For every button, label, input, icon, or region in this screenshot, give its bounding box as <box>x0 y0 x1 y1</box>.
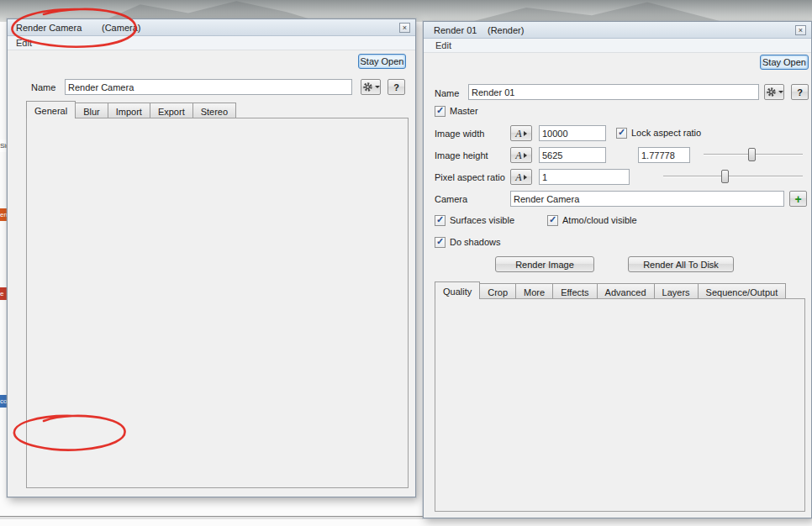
do-shadows-checkbox[interactable]: ✓ Do shadows <box>435 236 501 248</box>
menu-edit[interactable]: Edit <box>16 38 32 48</box>
help-icon: ? <box>797 87 803 97</box>
plus-icon: + <box>794 193 801 205</box>
surfaces-visible-checkbox[interactable]: ✓ Surfaces visible <box>435 214 514 226</box>
checkbox-box: ✓ <box>435 106 446 117</box>
tab-more[interactable]: More <box>515 283 553 298</box>
render-name-input[interactable] <box>468 84 759 100</box>
name-label: Name <box>435 88 459 98</box>
aspect-ratio-slider[interactable] <box>704 148 803 161</box>
animate-icon: A <box>515 172 521 182</box>
checkmark-icon: ✓ <box>436 215 444 224</box>
stay-open-button[interactable]: Stay Open <box>760 55 809 70</box>
render-gear-menu-button[interactable] <box>764 84 784 100</box>
checkmark-icon: ✓ <box>436 237 444 246</box>
camera-label: Camera <box>435 194 467 204</box>
image-width-input[interactable] <box>539 125 606 141</box>
animate-arrow-icon <box>524 175 527 180</box>
animate-icon: A <box>515 150 521 160</box>
render-window-menubar: Edit <box>424 39 811 53</box>
camera-window-menubar: Edit <box>8 36 415 50</box>
camera-help-button[interactable]: ? <box>388 79 405 95</box>
close-icon[interactable]: × <box>795 25 806 35</box>
checkbox-box: ✓ <box>435 215 446 226</box>
gear-icon <box>362 82 373 92</box>
render-image-button[interactable]: Render Image <box>495 256 594 272</box>
close-glyph: × <box>403 24 407 32</box>
slider-track <box>663 176 803 177</box>
camera-tabs: General Blur Import Export Stereo <box>26 101 235 118</box>
render-tabs: Quality Crop More Effects Advanced Layer… <box>435 281 785 298</box>
pixel-aspect-slider[interactable] <box>663 170 803 183</box>
checkmark-icon: ✓ <box>436 106 444 115</box>
checkbox-box: ✓ <box>616 128 627 139</box>
surfaces-visible-label: Surfaces visible <box>450 215 514 225</box>
tab-sequence-output[interactable]: Sequence/Output <box>698 283 787 298</box>
camera-window-titlebar[interactable]: Render Camera (Camera) × <box>8 19 415 36</box>
menu-edit[interactable]: Edit <box>435 40 451 50</box>
tab-quality[interactable]: Quality <box>435 281 480 299</box>
add-camera-button[interactable]: + <box>789 191 807 207</box>
chevron-down-icon <box>375 86 380 88</box>
stay-open-button[interactable]: Stay Open <box>358 54 406 69</box>
checkmark-icon: ✓ <box>549 215 556 224</box>
camera-gear-menu-button[interactable] <box>361 79 381 95</box>
name-label: Name <box>31 82 55 92</box>
render-help-button[interactable]: ? <box>791 84 809 100</box>
checkbox-box: ✓ <box>435 237 446 248</box>
tab-advanced[interactable]: Advanced <box>597 283 655 298</box>
camera-name-input[interactable] <box>65 79 352 95</box>
camera-window-title-type: (Camera) <box>102 23 140 33</box>
render-quality-panel <box>435 298 805 512</box>
tab-layers[interactable]: Layers <box>654 283 699 298</box>
atmo-visible-label: Atmo/cloud visible <box>562 215 637 225</box>
background-window-edge <box>0 516 423 519</box>
image-height-label: Image height <box>435 150 488 160</box>
close-icon[interactable]: × <box>399 23 410 33</box>
image-height-animate-button[interactable]: A <box>510 147 532 163</box>
camera-settings-window: Render Camera (Camera) × Edit Stay Open … <box>7 18 416 497</box>
pixel-aspect-animate-button[interactable]: A <box>510 169 532 185</box>
checkmark-icon: ✓ <box>618 128 625 137</box>
render-window-title-type: (Render) <box>488 25 524 35</box>
image-height-input[interactable] <box>539 147 606 163</box>
gear-icon <box>766 87 777 97</box>
aspect-ratio-input[interactable] <box>638 147 690 163</box>
tab-crop[interactable]: Crop <box>479 283 516 298</box>
animate-arrow-icon <box>524 153 527 158</box>
image-width-label: Image width <box>435 129 484 139</box>
tab-blur[interactable]: Blur <box>75 103 108 118</box>
chevron-down-icon <box>778 91 783 93</box>
lock-aspect-ratio-label: Lock aspect ratio <box>631 128 701 138</box>
lock-aspect-ratio-checkbox[interactable]: ✓ Lock aspect ratio <box>616 127 701 139</box>
animate-arrow-icon <box>524 131 527 136</box>
image-width-animate-button[interactable]: A <box>510 125 532 141</box>
master-checkbox[interactable]: ✓ Master <box>435 105 478 117</box>
slider-handle[interactable] <box>721 170 729 183</box>
pixel-aspect-label: Pixel aspect ratio <box>435 172 505 182</box>
checkbox-box: ✓ <box>547 215 558 226</box>
tab-stereo[interactable]: Stereo <box>192 103 236 118</box>
camera-assignment-input[interactable] <box>510 191 784 207</box>
tab-export[interactable]: Export <box>150 103 193 118</box>
tab-effects[interactable]: Effects <box>552 283 597 298</box>
screen: Simp erra e To colo Render Camera (Camer… <box>0 0 812 526</box>
help-icon: ? <box>393 82 399 92</box>
master-label: Master <box>450 106 478 116</box>
slider-handle[interactable] <box>748 148 756 161</box>
atmo-visible-checkbox[interactable]: ✓ Atmo/cloud visible <box>547 214 637 226</box>
do-shadows-label: Do shadows <box>450 237 501 247</box>
render-all-to-disk-button[interactable]: Render All To Disk <box>628 256 734 272</box>
render-settings-window: Render 01 (Render) × Edit Stay Open Name… <box>423 21 812 518</box>
tab-import[interactable]: Import <box>108 103 150 118</box>
render-window-title: Render 01 <box>434 25 477 35</box>
camera-window-title: Render Camera <box>16 23 82 33</box>
render-window-titlebar[interactable]: Render 01 (Render) × <box>424 22 811 39</box>
camera-general-panel <box>26 118 409 488</box>
animate-icon: A <box>515 129 521 139</box>
tab-general[interactable]: General <box>26 101 76 118</box>
pixel-aspect-input[interactable] <box>539 169 630 185</box>
close-glyph: × <box>799 27 803 34</box>
